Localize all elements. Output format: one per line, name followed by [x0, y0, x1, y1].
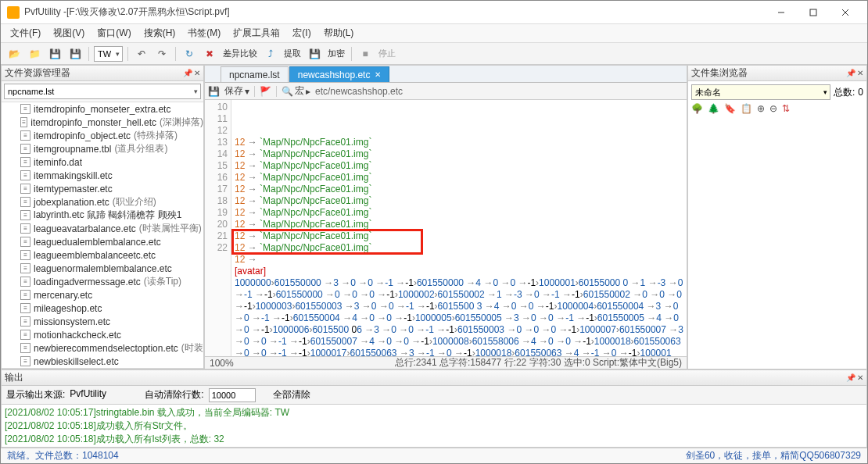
pin-icon[interactable]: 📌 — [183, 69, 192, 77]
file-filter-combo[interactable]: npcname.lst — [4, 84, 201, 99]
extract-icon[interactable]: ⤴ — [262, 45, 279, 62]
tree-item[interactable]: ≡itemdropinfo_monster_hell.etc(深渊掉落) — [2, 116, 203, 129]
editor-toolbar: 💾 保存 ▾ 🚩 🔍 宏 ▸ etc/newcashshop.etc — [205, 83, 687, 100]
tree-item[interactable]: ≡itemdropinfo_monseter_extra.etc — [2, 102, 203, 116]
redo-icon[interactable]: ↷ — [153, 45, 170, 62]
tree-item[interactable]: ≡newbierecommendselectoption.etc(时装 — [2, 341, 203, 355]
file-icon: ≡ — [20, 356, 30, 366]
output-title: 输出 — [5, 371, 23, 384]
code-editor[interactable]: 10111213141516171819202122 12 → `Map/Npc… — [205, 100, 687, 356]
diff-label[interactable]: 差异比较 — [221, 48, 259, 59]
tree-item[interactable]: ≡leaguenormalemblembalance.etc — [2, 262, 203, 275]
total-count: 0 — [858, 87, 863, 98]
file-icon: ≡ — [20, 197, 30, 207]
file-icon: ≡ — [20, 303, 30, 313]
save-icon[interactable]: 💾 — [46, 45, 63, 62]
svg-rect-1 — [810, 9, 816, 16]
menu-item[interactable]: 文件(F) — [4, 24, 47, 42]
pin-icon[interactable]: 📌 — [846, 69, 855, 77]
output-src-label: 显示输出来源: — [6, 388, 65, 402]
tree-item[interactable]: ≡missionsystem.etc — [2, 315, 203, 328]
tree-item[interactable]: ≡jobexplanation.etc(职业介绍) — [2, 195, 203, 209]
pin-icon[interactable]: 📌 — [846, 373, 855, 382]
tree-item[interactable]: ≡newbieskillselect.etc — [2, 355, 203, 368]
menu-item[interactable]: 视图(V) — [47, 24, 91, 42]
file-icon: ≡ — [20, 223, 30, 234]
close-button[interactable] — [830, 2, 861, 23]
app-icon — [7, 6, 20, 19]
tree-item[interactable]: ≡itemmakingskill.etc — [2, 169, 203, 182]
menu-item[interactable]: 帮助(L) — [317, 24, 360, 42]
minimize-button[interactable] — [766, 2, 797, 23]
tree-filter-icon[interactable]: 🔖 — [724, 103, 736, 114]
cursor-info: 总行:2341 总字符:158477 行:22 字符:30 选中:0 Scrip… — [395, 356, 682, 369]
tree-item[interactable]: ≡newcashshop.etc(商城文件) — [2, 368, 203, 369]
save-button[interactable]: 保存 ▾ — [224, 84, 249, 98]
tree-export-icon[interactable]: 📋 — [741, 103, 752, 114]
autoclear-input[interactable] — [209, 388, 256, 402]
clear-icon[interactable]: ✖ — [201, 45, 218, 62]
output-line: [2021/08/02 10:05:18]成功载入所有Str文件。 — [5, 419, 863, 433]
file-explorer-title: 文件资源管理器 — [5, 66, 70, 80]
panel-close-icon[interactable]: ✕ — [194, 69, 200, 77]
tree-item[interactable]: ≡mercenary.etc — [2, 288, 203, 302]
output-log[interactable]: [2021/08/02 10:05:17]stringtable.bin 载入成… — [2, 405, 866, 447]
fileset-browser-panel: 文件集浏览器 📌 ✕ 未命名 总数: 0 🌳 🌲 🔖 📋 ⊕ ⊖ ⇅ — [687, 65, 867, 369]
tree-item[interactable]: ≡itemtypemaster.etc — [2, 182, 203, 195]
saveas-icon[interactable]: 💾 — [66, 45, 84, 62]
menu-item[interactable]: 宏(I) — [286, 24, 317, 42]
fileset-combo[interactable]: 未命名 — [691, 84, 830, 100]
status-left: 就绪。文件总数：1048104 — [7, 449, 119, 462]
macro-button[interactable]: 🔍 宏 ▸ — [282, 84, 310, 98]
tree-item[interactable]: ≡mileageshop.etc — [2, 302, 203, 315]
file-icon: ≡ — [20, 250, 30, 260]
minus-icon[interactable]: ⊖ — [769, 103, 777, 114]
tab-close-icon[interactable]: ✕ — [375, 70, 381, 79]
maximize-button[interactable] — [798, 2, 829, 23]
reorder-icon[interactable]: ⇅ — [782, 103, 790, 114]
main-toolbar: 📂 📁 💾 💾 TW ↶ ↷ ↻ ✖ 差异比较 ⤴ 提取 💾 加密 ■ 停止 — [1, 43, 867, 65]
menu-item[interactable]: 窗口(W) — [91, 24, 137, 42]
editor-tab[interactable]: npcname.lst — [221, 66, 289, 82]
flag-icon[interactable]: 🚩 — [260, 86, 271, 97]
menu-item[interactable]: 书签(M) — [181, 24, 227, 42]
file-icon: ≡ — [20, 290, 30, 300]
tree-item[interactable]: ≡iteminfo.dat — [2, 155, 203, 169]
output-line: [2021/08/02 10:05:21]成功加载pvf当中的所有文件树。 — [5, 446, 863, 447]
open2-icon[interactable]: 📁 — [26, 45, 43, 62]
plus-icon[interactable]: ⊕ — [757, 103, 765, 114]
zoom-level: 100% — [210, 358, 234, 369]
editor-tabs: npcname.lstnewcashshop.etc✕ — [205, 66, 687, 83]
tree-item[interactable]: ≡itemgroupname.tbl(道具分组表) — [2, 142, 203, 155]
file-icon: ≡ — [20, 130, 30, 141]
panel-close-icon[interactable]: ✕ — [857, 69, 863, 77]
stop-icon: ■ — [357, 45, 374, 62]
tree-item[interactable]: ≡leagueemblembalanceetc.etc — [2, 248, 203, 262]
tree-item[interactable]: ≡leagueavatarbalance.etc(时装属性平衡) — [2, 222, 203, 235]
encrypt-label[interactable]: 加密 — [326, 48, 346, 59]
tree-item[interactable]: ≡leaguedualemblembalance.etc — [2, 235, 203, 248]
panel-close-icon[interactable]: ✕ — [857, 373, 863, 382]
tree-item[interactable]: ≡labyrinth.etc 鼠蹄 鞨斜涌檐荐 顾殃1 — [2, 209, 203, 222]
tree-item[interactable]: ≡motionhackcheck.etc — [2, 328, 203, 341]
disk-icon[interactable]: 💾 — [208, 86, 220, 97]
file-tree[interactable]: ≡itemdropinfo_monseter_extra.etc≡itemdro… — [2, 102, 203, 369]
region-combo[interactable]: TW — [94, 46, 123, 62]
titlebar: PvfUtility -[F:\毁灭修改\2.07开黑鸦永恒\Script.pv… — [1, 1, 867, 24]
open-icon[interactable]: 📂 — [5, 45, 23, 62]
encrypt-icon[interactable]: 💾 — [306, 45, 323, 62]
tree-remove-icon[interactable]: 🌲 — [708, 103, 719, 114]
tree-add-icon[interactable]: 🌳 — [691, 103, 703, 114]
extract-label[interactable]: 提取 — [282, 48, 303, 59]
menu-item[interactable]: 搜索(H) — [138, 24, 182, 42]
tree-item[interactable]: ≡loadingadvermessage.etc(读条Tip) — [2, 275, 203, 288]
menu-item[interactable]: 扩展工具箱 — [227, 24, 286, 42]
tree-item[interactable]: ≡itemdropinfo_object.etc(特殊掉落) — [2, 129, 203, 142]
clear-all-button[interactable]: 全部清除 — [273, 388, 310, 402]
refresh-icon[interactable]: ↻ — [181, 45, 198, 62]
file-icon: ≡ — [20, 263, 30, 273]
editor-tab[interactable]: newcashshop.etc✕ — [289, 66, 390, 82]
undo-icon[interactable]: ↶ — [133, 45, 150, 62]
output-panel: 输出 📌 ✕ 显示输出来源: PvfUtility 自动清除行数: 全部清除 [… — [1, 369, 867, 448]
output-src-combo[interactable]: PvfUtility — [70, 388, 140, 402]
